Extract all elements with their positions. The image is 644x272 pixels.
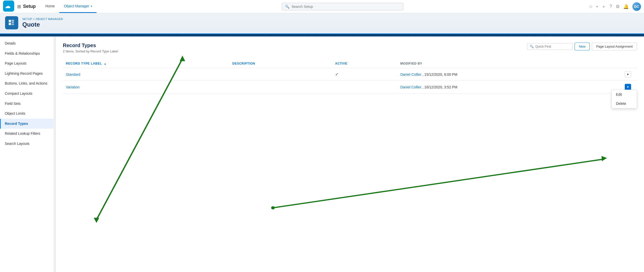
modified-by-user-variation[interactable]: Daniel Collier <box>400 85 421 89</box>
quick-find-input[interactable] <box>535 45 570 48</box>
search-input[interactable] <box>291 5 400 9</box>
sidebar-item-page-layouts[interactable]: Page Layouts <box>0 59 55 69</box>
record-type-link-variation[interactable]: Variation <box>66 85 80 89</box>
svg-rect-5 <box>12 22 14 23</box>
sidebar-item-fields-relationships[interactable]: Fields & Relationships <box>0 49 55 59</box>
sidebar-item-buttons-links-actions[interactable]: Buttons, Links, and Actions <box>0 79 55 89</box>
sidebar-item-related-lookup-filters[interactable]: Related Lookup Filters <box>0 129 55 139</box>
svg-rect-6 <box>12 23 14 25</box>
main-area: Details Fields & Relationships Page Layo… <box>0 36 644 272</box>
search-icon: 🔍 <box>285 5 289 9</box>
active-checkmark: ✓ <box>335 72 338 76</box>
salesforce-logo[interactable]: ☁ <box>3 1 14 12</box>
sort-arrow-icon: ▲ <box>104 62 107 65</box>
setup-label: Setup <box>23 4 36 9</box>
sidebar-item-compact-layouts[interactable]: Compact Layouts <box>0 89 55 99</box>
quick-find-container[interactable]: 🔍 <box>527 43 573 50</box>
description-cell-variation <box>229 81 332 93</box>
top-navigation: ☁ ⊞ Setup Home Object Manager ▾ 🔍 ☆ ▾ ＋ … <box>0 0 644 13</box>
star-icon[interactable]: ☆ <box>589 4 593 9</box>
section-header: Record Types 2 Items, Sorted by Record T… <box>63 43 118 58</box>
nav-tab-home[interactable]: Home <box>41 0 59 13</box>
object-manager-chevron: ▾ <box>91 5 92 8</box>
section-title: Record Types <box>63 43 118 48</box>
grid-icon[interactable]: ⊞ <box>17 4 21 9</box>
content-panel: Record Types 2 Items, Sorted by Record T… <box>56 36 644 272</box>
sidebar-item-lightning-record-pages[interactable]: Lightning Record Pages <box>0 69 55 79</box>
modified-by-user-standard[interactable]: Daniel Collier <box>400 72 421 76</box>
description-cell-standard <box>229 68 332 81</box>
svg-line-10 <box>273 159 603 208</box>
table-row: Variation Daniel Collier , 16/12/2020, 3… <box>63 81 637 93</box>
section-toolbar: 🔍 New Page Layout Assignment <box>527 43 637 50</box>
actions-cell-standard: ▾ <box>622 68 637 81</box>
modified-by-cell-variation: Daniel Collier , 16/12/2020, 3:52 PM <box>397 81 622 93</box>
svg-point-12 <box>271 206 275 209</box>
svg-rect-4 <box>12 20 14 21</box>
app-name-area: ⊞ Setup <box>17 4 36 9</box>
row-actions-menu: Edit Delete <box>612 90 637 108</box>
svg-marker-11 <box>601 156 607 161</box>
active-cell-standard: ✓ <box>332 68 397 81</box>
record-type-label-cell: Variation <box>63 81 229 93</box>
chevron-down-icon[interactable]: ▾ <box>596 5 598 8</box>
record-types-table: RECORD TYPE LABEL ▲ DESCRIPTION ACTIVE M… <box>63 59 637 93</box>
svg-text:☁: ☁ <box>5 3 10 9</box>
sidebar-item-search-layouts[interactable]: Search Layouts <box>0 139 55 149</box>
col-actions <box>622 59 637 68</box>
modified-by-cell-standard: Daniel Collier , 15/12/2020, 6:00 PM <box>397 68 622 81</box>
breadcrumb-setup[interactable]: SETUP <box>22 17 32 21</box>
top-nav-actions: ☆ ▾ ＋ ? ⚙ 🔔 DC <box>589 2 641 11</box>
new-button[interactable]: New <box>575 43 590 50</box>
avatar[interactable]: DC <box>632 2 641 11</box>
table-header-row: RECORD TYPE LABEL ▲ DESCRIPTION ACTIVE M… <box>63 59 637 68</box>
dropdown-menu-item-edit[interactable]: Edit <box>612 90 637 99</box>
modified-by-date-standard: , 15/12/2020, 6:00 PM <box>422 72 457 76</box>
breadcrumb-object-manager[interactable]: OBJECT MANAGER <box>36 17 63 21</box>
record-type-label-cell: Standard <box>63 68 229 81</box>
col-modified-by: MODIFIED BY <box>397 59 622 68</box>
bell-icon[interactable]: 🔔 <box>623 4 629 9</box>
sidebar: Details Fields & Relationships Page Layo… <box>0 36 56 272</box>
search-bar-wrap: 🔍 <box>100 3 586 10</box>
section-subtitle: 2 Items, Sorted by Record Type Label <box>63 49 118 53</box>
svg-rect-3 <box>9 23 11 25</box>
sidebar-item-record-types[interactable]: Record Types <box>0 119 55 129</box>
object-header-text: SETUP > OBJECT MANAGER Quote <box>22 17 63 28</box>
row-actions-dropdown-standard[interactable]: ▾ <box>625 71 631 77</box>
breadcrumb-separator: > <box>33 17 35 21</box>
active-cell-variation <box>332 81 397 93</box>
record-type-link-standard[interactable]: Standard <box>66 72 80 76</box>
col-description: DESCRIPTION <box>229 59 332 68</box>
sidebar-item-details[interactable]: Details <box>0 38 55 49</box>
object-icon <box>5 16 18 29</box>
pattern-strip <box>0 34 644 36</box>
question-icon[interactable]: ? <box>610 4 612 9</box>
page-title: Quote <box>22 21 63 28</box>
sidebar-scrollbar[interactable] <box>53 36 55 272</box>
row-actions-dropdown-variation[interactable]: ▾ <box>625 84 631 90</box>
nav-tabs: Home Object Manager ▾ <box>41 0 97 13</box>
search-bar[interactable]: 🔍 <box>282 3 403 10</box>
svg-rect-2 <box>9 20 11 22</box>
col-active: ACTIVE <box>332 59 397 68</box>
plus-icon[interactable]: ＋ <box>601 4 606 10</box>
sidebar-item-field-sets[interactable]: Field Sets <box>0 99 55 109</box>
gear-icon[interactable]: ⚙ <box>616 4 620 9</box>
breadcrumb: SETUP > OBJECT MANAGER <box>22 17 63 21</box>
dropdown-menu-item-delete[interactable]: Delete <box>612 99 637 108</box>
page-layout-assignment-button[interactable]: Page Layout Assignment <box>592 43 637 50</box>
modified-by-date-variation: , 16/12/2020, 3:52 PM <box>422 85 457 89</box>
svg-marker-9 <box>94 218 99 223</box>
col-record-type-label[interactable]: RECORD TYPE LABEL ▲ <box>63 59 229 68</box>
nav-tab-object-manager[interactable]: Object Manager ▾ <box>59 0 97 13</box>
table-row: Standard ✓ Daniel Collier , 15/12/2020, … <box>63 68 637 81</box>
sidebar-item-object-limits[interactable]: Object Limits <box>0 109 55 119</box>
quick-find-icon: 🔍 <box>530 45 534 48</box>
object-header: SETUP > OBJECT MANAGER Quote <box>0 13 644 34</box>
